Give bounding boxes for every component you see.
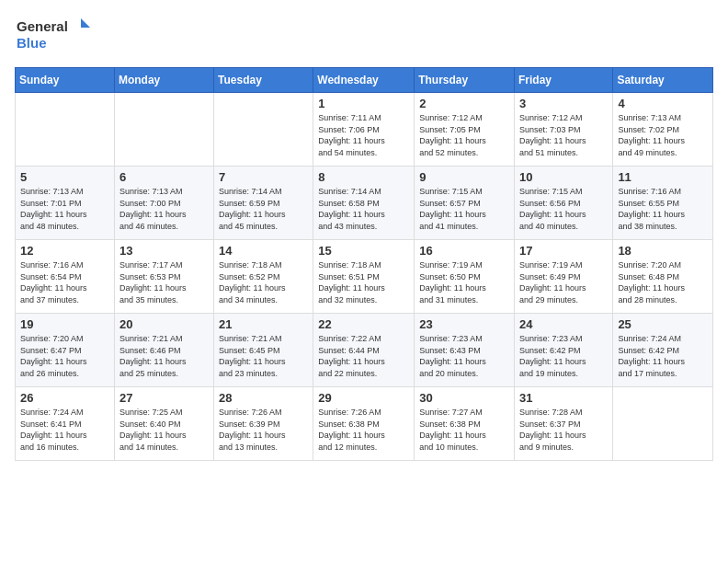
svg-text:General: General <box>17 18 68 34</box>
day-number: 24 <box>519 317 608 331</box>
day-number: 7 <box>219 170 308 184</box>
day-number: 18 <box>618 244 708 258</box>
calendar-cell: 28Sunrise: 7:26 AM Sunset: 6:39 PM Dayli… <box>214 387 313 461</box>
calendar-cell: 27Sunrise: 7:25 AM Sunset: 6:40 PM Dayli… <box>114 387 213 461</box>
calendar-cell: 3Sunrise: 7:12 AM Sunset: 7:03 PM Daylig… <box>514 93 612 167</box>
calendar-cell: 24Sunrise: 7:23 AM Sunset: 6:42 PM Dayli… <box>514 314 612 387</box>
day-number: 28 <box>219 391 308 405</box>
weekday-header-sunday: Sunday <box>16 68 115 93</box>
calendar-cell: 25Sunrise: 7:24 AM Sunset: 6:42 PM Dayli… <box>613 314 713 387</box>
day-info: Sunrise: 7:27 AM Sunset: 6:38 PM Dayligh… <box>419 407 509 453</box>
day-number: 19 <box>20 317 109 331</box>
day-number: 5 <box>20 170 109 184</box>
day-info: Sunrise: 7:14 AM Sunset: 6:59 PM Dayligh… <box>219 186 308 232</box>
day-number: 31 <box>519 391 608 405</box>
calendar-cell <box>16 93 115 167</box>
day-number: 26 <box>20 391 109 405</box>
day-info: Sunrise: 7:20 AM Sunset: 6:48 PM Dayligh… <box>618 259 708 305</box>
calendar-cell: 19Sunrise: 7:20 AM Sunset: 6:47 PM Dayli… <box>16 314 115 387</box>
day-info: Sunrise: 7:13 AM Sunset: 7:00 PM Dayligh… <box>119 186 209 232</box>
calendar-cell: 8Sunrise: 7:14 AM Sunset: 6:58 PM Daylig… <box>313 167 415 240</box>
day-info: Sunrise: 7:28 AM Sunset: 6:37 PM Dayligh… <box>519 407 608 453</box>
day-number: 25 <box>618 317 708 331</box>
calendar-cell: 30Sunrise: 7:27 AM Sunset: 6:38 PM Dayli… <box>415 387 515 461</box>
day-info: Sunrise: 7:16 AM Sunset: 6:54 PM Dayligh… <box>20 259 109 305</box>
weekday-header-friday: Friday <box>514 68 612 93</box>
day-info: Sunrise: 7:23 AM Sunset: 6:42 PM Dayligh… <box>519 333 608 379</box>
day-number: 3 <box>519 97 608 110</box>
day-number: 21 <box>219 317 308 331</box>
day-number: 15 <box>318 244 409 258</box>
day-info: Sunrise: 7:15 AM Sunset: 6:56 PM Dayligh… <box>519 186 608 232</box>
day-number: 27 <box>119 391 209 405</box>
day-info: Sunrise: 7:26 AM Sunset: 6:39 PM Dayligh… <box>219 407 308 453</box>
calendar-cell: 18Sunrise: 7:20 AM Sunset: 6:48 PM Dayli… <box>613 240 713 314</box>
calendar-cell: 9Sunrise: 7:15 AM Sunset: 6:57 PM Daylig… <box>415 167 515 240</box>
day-number: 29 <box>318 391 409 405</box>
calendar-cell <box>114 93 213 167</box>
day-number: 13 <box>119 244 209 258</box>
calendar-cell: 16Sunrise: 7:19 AM Sunset: 6:50 PM Dayli… <box>415 240 515 314</box>
svg-marker-1 <box>81 18 90 28</box>
day-info: Sunrise: 7:11 AM Sunset: 7:06 PM Dayligh… <box>318 112 409 158</box>
day-info: Sunrise: 7:20 AM Sunset: 6:47 PM Dayligh… <box>20 333 109 379</box>
weekday-header-thursday: Thursday <box>415 68 515 93</box>
calendar-cell: 14Sunrise: 7:18 AM Sunset: 6:52 PM Dayli… <box>214 240 313 314</box>
day-info: Sunrise: 7:19 AM Sunset: 6:49 PM Dayligh… <box>519 259 608 305</box>
day-info: Sunrise: 7:22 AM Sunset: 6:44 PM Dayligh… <box>318 333 409 379</box>
weekday-header-saturday: Saturday <box>613 68 713 93</box>
day-info: Sunrise: 7:18 AM Sunset: 6:52 PM Dayligh… <box>219 259 308 305</box>
day-number: 30 <box>419 391 509 405</box>
day-number: 6 <box>119 170 209 184</box>
calendar-cell: 15Sunrise: 7:18 AM Sunset: 6:51 PM Dayli… <box>313 240 415 314</box>
calendar-cell: 21Sunrise: 7:21 AM Sunset: 6:45 PM Dayli… <box>214 314 313 387</box>
calendar-cell: 22Sunrise: 7:22 AM Sunset: 6:44 PM Dayli… <box>313 314 415 387</box>
day-number: 10 <box>519 170 608 184</box>
page-header: General Blue <box>15 15 713 56</box>
calendar-cell: 17Sunrise: 7:19 AM Sunset: 6:49 PM Dayli… <box>514 240 612 314</box>
day-info: Sunrise: 7:13 AM Sunset: 7:02 PM Dayligh… <box>618 112 708 158</box>
day-info: Sunrise: 7:26 AM Sunset: 6:38 PM Dayligh… <box>318 407 409 453</box>
logo: General Blue <box>15 15 97 56</box>
day-info: Sunrise: 7:12 AM Sunset: 7:05 PM Dayligh… <box>419 112 509 158</box>
day-number: 23 <box>419 317 509 331</box>
calendar-cell: 2Sunrise: 7:12 AM Sunset: 7:05 PM Daylig… <box>415 93 515 167</box>
day-info: Sunrise: 7:16 AM Sunset: 6:55 PM Dayligh… <box>618 186 708 232</box>
calendar-cell: 13Sunrise: 7:17 AM Sunset: 6:53 PM Dayli… <box>114 240 213 314</box>
day-info: Sunrise: 7:24 AM Sunset: 6:42 PM Dayligh… <box>618 333 708 379</box>
day-number: 2 <box>419 97 509 110</box>
day-number: 12 <box>20 244 109 258</box>
calendar-cell: 7Sunrise: 7:14 AM Sunset: 6:59 PM Daylig… <box>214 167 313 240</box>
day-info: Sunrise: 7:15 AM Sunset: 6:57 PM Dayligh… <box>419 186 509 232</box>
calendar-cell: 26Sunrise: 7:24 AM Sunset: 6:41 PM Dayli… <box>16 387 115 461</box>
week-row-3: 12Sunrise: 7:16 AM Sunset: 6:54 PM Dayli… <box>16 240 713 314</box>
calendar-cell: 10Sunrise: 7:15 AM Sunset: 6:56 PM Dayli… <box>514 167 612 240</box>
logo-svg: General Blue <box>15 15 97 56</box>
week-row-1: 1Sunrise: 7:11 AM Sunset: 7:06 PM Daylig… <box>16 93 713 167</box>
day-number: 17 <box>519 244 608 258</box>
weekday-header-tuesday: Tuesday <box>214 68 313 93</box>
calendar-cell: 6Sunrise: 7:13 AM Sunset: 7:00 PM Daylig… <box>114 167 213 240</box>
calendar-cell: 20Sunrise: 7:21 AM Sunset: 6:46 PM Dayli… <box>114 314 213 387</box>
day-number: 4 <box>618 97 708 110</box>
day-info: Sunrise: 7:24 AM Sunset: 6:41 PM Dayligh… <box>20 407 109 453</box>
day-info: Sunrise: 7:21 AM Sunset: 6:46 PM Dayligh… <box>119 333 209 379</box>
day-info: Sunrise: 7:14 AM Sunset: 6:58 PM Dayligh… <box>318 186 409 232</box>
day-number: 16 <box>419 244 509 258</box>
day-number: 14 <box>219 244 308 258</box>
day-info: Sunrise: 7:12 AM Sunset: 7:03 PM Dayligh… <box>519 112 608 158</box>
calendar-cell: 5Sunrise: 7:13 AM Sunset: 7:01 PM Daylig… <box>16 167 115 240</box>
calendar-cell: 31Sunrise: 7:28 AM Sunset: 6:37 PM Dayli… <box>514 387 612 461</box>
calendar-cell: 29Sunrise: 7:26 AM Sunset: 6:38 PM Dayli… <box>313 387 415 461</box>
day-number: 9 <box>419 170 509 184</box>
calendar-table: SundayMondayTuesdayWednesdayThursdayFrid… <box>15 67 713 461</box>
calendar-cell: 12Sunrise: 7:16 AM Sunset: 6:54 PM Dayli… <box>16 240 115 314</box>
day-info: Sunrise: 7:17 AM Sunset: 6:53 PM Dayligh… <box>119 259 209 305</box>
calendar-cell: 1Sunrise: 7:11 AM Sunset: 7:06 PM Daylig… <box>313 93 415 167</box>
day-info: Sunrise: 7:13 AM Sunset: 7:01 PM Dayligh… <box>20 186 109 232</box>
weekday-header-row: SundayMondayTuesdayWednesdayThursdayFrid… <box>16 68 713 93</box>
day-number: 20 <box>119 317 209 331</box>
week-row-4: 19Sunrise: 7:20 AM Sunset: 6:47 PM Dayli… <box>16 314 713 387</box>
day-info: Sunrise: 7:18 AM Sunset: 6:51 PM Dayligh… <box>318 259 409 305</box>
weekday-header-monday: Monday <box>114 68 213 93</box>
